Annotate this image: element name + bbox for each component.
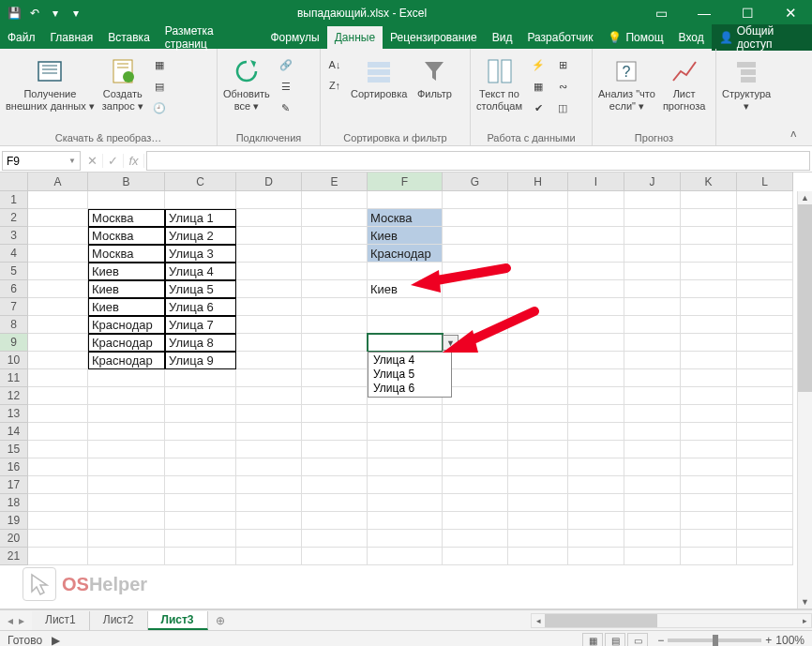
cell-L3[interactable]: [737, 227, 793, 245]
cell-E17[interactable]: [302, 476, 368, 494]
cell-L20[interactable]: [737, 530, 793, 548]
cell-E11[interactable]: [302, 369, 368, 387]
connections-button[interactable]: 🔗: [276, 54, 296, 75]
cell-L4[interactable]: [737, 245, 793, 263]
cell-D1[interactable]: [236, 191, 302, 209]
get-external-data-button[interactable]: Получение внешних данных ▾: [4, 54, 97, 112]
cell-G3[interactable]: [443, 227, 508, 245]
cell-E7[interactable]: [302, 298, 368, 316]
sheet-tab-Лист2[interactable]: Лист2: [90, 611, 148, 630]
row-header-11[interactable]: 11: [0, 369, 28, 387]
cell-F19[interactable]: [368, 512, 443, 530]
column-header-H[interactable]: H: [508, 173, 568, 191]
cell-H1[interactable]: [508, 191, 568, 209]
save-icon[interactable]: 💾: [6, 5, 23, 22]
cell-H18[interactable]: [508, 494, 568, 512]
column-header-F[interactable]: F: [368, 173, 443, 191]
cell-K14[interactable]: [681, 423, 737, 441]
cell-H20[interactable]: [508, 530, 568, 548]
cell-E20[interactable]: [302, 530, 368, 548]
row-header-21[interactable]: 21: [0, 548, 28, 565]
cell-F13[interactable]: [368, 405, 443, 423]
cell-B15[interactable]: [88, 441, 165, 458]
cell-H11[interactable]: [508, 369, 568, 387]
horizontal-scrollbar[interactable]: ◂ ▸: [531, 613, 812, 628]
cell-G19[interactable]: [443, 512, 508, 530]
cell-D3[interactable]: [236, 227, 302, 245]
cell-I14[interactable]: [568, 423, 624, 441]
row-header-2[interactable]: 2: [0, 209, 28, 227]
dropdown-option[interactable]: Улица 6: [369, 382, 450, 396]
close-button[interactable]: ✕: [769, 0, 812, 26]
undo-icon[interactable]: ↶: [26, 5, 43, 22]
cell-L12[interactable]: [737, 387, 793, 405]
cell-E9[interactable]: [302, 334, 368, 352]
cell-B5[interactable]: Киев: [88, 263, 165, 280]
cell-J17[interactable]: [624, 476, 681, 494]
cell-I5[interactable]: [568, 263, 624, 280]
cell-K21[interactable]: [681, 548, 737, 565]
cell-B6[interactable]: Киев: [88, 280, 165, 298]
cell-C8[interactable]: Улица 7: [165, 316, 236, 334]
cell-A14[interactable]: [28, 423, 88, 441]
cell-G4[interactable]: [443, 245, 508, 263]
cell-I18[interactable]: [568, 494, 624, 512]
cell-H2[interactable]: [508, 209, 568, 227]
cell-D12[interactable]: [236, 387, 302, 405]
cell-F1[interactable]: [368, 191, 443, 209]
cell-B12[interactable]: [88, 387, 165, 405]
cell-B7[interactable]: Киев: [88, 298, 165, 316]
cell-F16[interactable]: [368, 458, 443, 476]
sort-button[interactable]: Сортировка: [349, 54, 409, 100]
cell-A7[interactable]: [28, 298, 88, 316]
cell-F8[interactable]: [368, 316, 443, 334]
cell-A12[interactable]: [28, 387, 88, 405]
cell-H8[interactable]: [508, 316, 568, 334]
cell-L15[interactable]: [737, 441, 793, 458]
cell-E2[interactable]: [302, 209, 368, 227]
cell-G2[interactable]: [443, 209, 508, 227]
column-header-D[interactable]: D: [236, 173, 302, 191]
column-header-K[interactable]: K: [681, 173, 737, 191]
cell-I2[interactable]: [568, 209, 624, 227]
cell-H9[interactable]: [508, 334, 568, 352]
cell-E19[interactable]: [302, 512, 368, 530]
cell-G17[interactable]: [443, 476, 508, 494]
cell-G7[interactable]: [443, 298, 508, 316]
cell-C2[interactable]: Улица 1: [165, 209, 236, 227]
cell-E14[interactable]: [302, 423, 368, 441]
cell-C6[interactable]: Улица 5: [165, 280, 236, 298]
cell-K20[interactable]: [681, 530, 737, 548]
cell-C9[interactable]: Улица 8: [165, 334, 236, 352]
cell-L8[interactable]: [737, 316, 793, 334]
cell-I13[interactable]: [568, 405, 624, 423]
cell-C3[interactable]: Улица 2: [165, 227, 236, 245]
cell-H6[interactable]: [508, 280, 568, 298]
ribbon-tab-рецензирование[interactable]: Рецензирование: [383, 26, 485, 49]
cell-D8[interactable]: [236, 316, 302, 334]
cell-L1[interactable]: [737, 191, 793, 209]
cell-A17[interactable]: [28, 476, 88, 494]
cell-F20[interactable]: [368, 530, 443, 548]
cell-K4[interactable]: [681, 245, 737, 263]
row-header-3[interactable]: 3: [0, 227, 28, 245]
cell-C7[interactable]: Улица 6: [165, 298, 236, 316]
cell-F2[interactable]: Москва: [368, 209, 443, 227]
cell-K1[interactable]: [681, 191, 737, 209]
column-header-J[interactable]: J: [624, 173, 681, 191]
zoom-level[interactable]: 100%: [775, 634, 804, 646]
cell-C5[interactable]: Улица 4: [165, 263, 236, 280]
consolidate-button[interactable]: ⊞: [552, 54, 573, 75]
cell-I8[interactable]: [568, 316, 624, 334]
cell-E3[interactable]: [302, 227, 368, 245]
outline-button[interactable]: Структура ▾: [720, 54, 773, 112]
cell-D9[interactable]: [236, 334, 302, 352]
cell-A1[interactable]: [28, 191, 88, 209]
cell-C13[interactable]: [165, 405, 236, 423]
cell-B8[interactable]: Краснодар: [88, 316, 165, 334]
flash-fill-button[interactable]: ⚡: [528, 54, 549, 75]
sheet-nav[interactable]: ◂▸: [0, 614, 32, 627]
manage-model-button[interactable]: ◫: [552, 98, 573, 118]
cell-B18[interactable]: [88, 494, 165, 512]
cell-J11[interactable]: [624, 369, 681, 387]
